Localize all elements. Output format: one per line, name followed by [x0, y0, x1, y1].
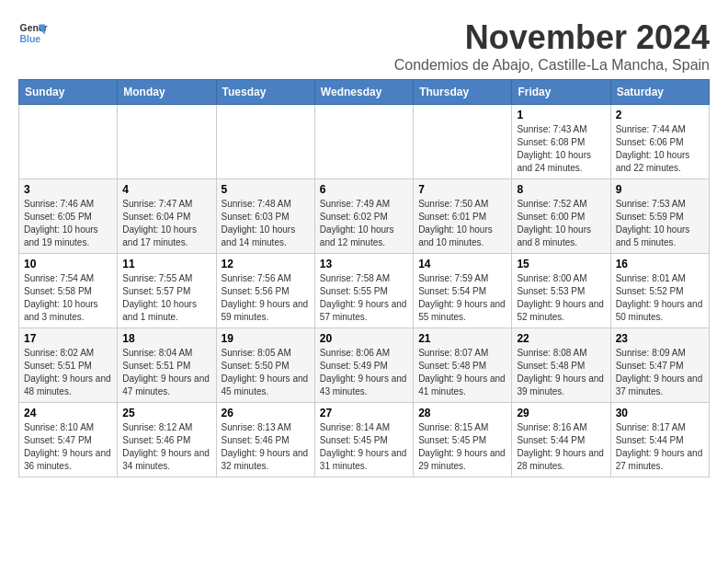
day-number: 29	[517, 407, 605, 419]
day-cell: 30Sunrise: 8:17 AM Sunset: 5:44 PM Dayli…	[610, 403, 709, 477]
logo: General Blue	[18, 18, 48, 48]
day-info: Sunrise: 8:08 AM Sunset: 5:48 PM Dayligh…	[517, 347, 605, 398]
day-number: 10	[24, 258, 112, 270]
day-cell: 26Sunrise: 8:13 AM Sunset: 5:46 PM Dayli…	[216, 403, 314, 477]
day-info: Sunrise: 7:58 AM Sunset: 5:55 PM Dayligh…	[320, 272, 408, 324]
day-info: Sunrise: 7:46 AM Sunset: 6:05 PM Dayligh…	[24, 198, 112, 249]
day-cell: 12Sunrise: 7:56 AM Sunset: 5:56 PM Dayli…	[216, 254, 314, 328]
day-info: Sunrise: 8:00 AM Sunset: 5:53 PM Dayligh…	[517, 272, 605, 324]
day-cell: 29Sunrise: 8:16 AM Sunset: 5:44 PM Dayli…	[512, 403, 610, 477]
day-cell: 17Sunrise: 8:02 AM Sunset: 5:51 PM Dayli…	[19, 328, 118, 403]
day-info: Sunrise: 8:07 AM Sunset: 5:48 PM Dayligh…	[418, 347, 506, 398]
day-info: Sunrise: 7:49 AM Sunset: 6:02 PM Dayligh…	[320, 198, 408, 249]
day-cell: 6Sunrise: 7:49 AM Sunset: 6:02 PM Daylig…	[314, 179, 413, 254]
day-info: Sunrise: 7:50 AM Sunset: 6:01 PM Dayligh…	[418, 198, 506, 249]
weekday-header-monday: Monday	[118, 80, 216, 105]
day-number: 11	[122, 258, 210, 270]
day-cell: 11Sunrise: 7:55 AM Sunset: 5:57 PM Dayli…	[118, 254, 216, 328]
day-cell: 20Sunrise: 8:06 AM Sunset: 5:49 PM Dayli…	[314, 328, 413, 403]
day-number: 2	[616, 109, 704, 121]
day-number: 21	[418, 332, 506, 345]
week-row-2: 3Sunrise: 7:46 AM Sunset: 6:05 PM Daylig…	[19, 179, 710, 254]
day-info: Sunrise: 8:12 AM Sunset: 5:46 PM Dayligh…	[122, 421, 210, 473]
day-cell: 3Sunrise: 7:46 AM Sunset: 6:05 PM Daylig…	[19, 179, 118, 254]
day-number: 13	[320, 258, 408, 270]
day-number: 3	[24, 183, 112, 196]
week-row-3: 10Sunrise: 7:54 AM Sunset: 5:58 PM Dayli…	[19, 254, 710, 328]
day-info: Sunrise: 7:43 AM Sunset: 6:08 PM Dayligh…	[517, 123, 605, 175]
day-number: 22	[517, 332, 605, 345]
title-block: November 2024 Condemios de Abajo, Castil…	[394, 18, 710, 74]
day-cell: 5Sunrise: 7:48 AM Sunset: 6:03 PM Daylig…	[216, 179, 314, 254]
day-info: Sunrise: 7:47 AM Sunset: 6:04 PM Dayligh…	[122, 198, 210, 249]
day-cell	[118, 105, 216, 179]
day-cell: 28Sunrise: 8:15 AM Sunset: 5:45 PM Dayli…	[414, 403, 512, 477]
weekday-header-row: SundayMondayTuesdayWednesdayThursdayFrid…	[19, 80, 710, 105]
day-number: 27	[320, 407, 408, 419]
day-cell: 18Sunrise: 8:04 AM Sunset: 5:51 PM Dayli…	[118, 328, 216, 403]
weekday-header-tuesday: Tuesday	[216, 80, 314, 105]
week-row-4: 17Sunrise: 8:02 AM Sunset: 5:51 PM Dayli…	[19, 328, 710, 403]
day-number: 15	[517, 258, 605, 270]
day-number: 5	[222, 183, 310, 196]
day-info: Sunrise: 7:48 AM Sunset: 6:03 PM Dayligh…	[222, 198, 310, 249]
day-number: 26	[222, 407, 310, 419]
day-info: Sunrise: 8:06 AM Sunset: 5:49 PM Dayligh…	[320, 347, 408, 398]
day-cell: 16Sunrise: 8:01 AM Sunset: 5:52 PM Dayli…	[610, 254, 709, 328]
week-row-1: 1Sunrise: 7:43 AM Sunset: 6:08 PM Daylig…	[19, 105, 710, 179]
day-info: Sunrise: 8:01 AM Sunset: 5:52 PM Dayligh…	[616, 272, 704, 324]
day-info: Sunrise: 8:02 AM Sunset: 5:51 PM Dayligh…	[24, 347, 112, 398]
day-cell: 24Sunrise: 8:10 AM Sunset: 5:47 PM Dayli…	[19, 403, 118, 477]
day-number: 9	[616, 183, 704, 196]
day-info: Sunrise: 8:09 AM Sunset: 5:47 PM Dayligh…	[616, 347, 704, 398]
day-cell: 8Sunrise: 7:52 AM Sunset: 6:00 PM Daylig…	[512, 179, 610, 254]
day-info: Sunrise: 8:16 AM Sunset: 5:44 PM Dayligh…	[517, 421, 605, 473]
day-cell: 10Sunrise: 7:54 AM Sunset: 5:58 PM Dayli…	[19, 254, 118, 328]
day-info: Sunrise: 7:59 AM Sunset: 5:54 PM Dayligh…	[418, 272, 506, 324]
day-number: 8	[517, 183, 605, 196]
day-cell: 13Sunrise: 7:58 AM Sunset: 5:55 PM Dayli…	[314, 254, 413, 328]
day-number: 12	[222, 258, 310, 270]
weekday-header-friday: Friday	[512, 80, 610, 105]
day-info: Sunrise: 8:10 AM Sunset: 5:47 PM Dayligh…	[24, 421, 112, 473]
day-cell: 15Sunrise: 8:00 AM Sunset: 5:53 PM Dayli…	[512, 254, 610, 328]
day-info: Sunrise: 8:04 AM Sunset: 5:51 PM Dayligh…	[122, 347, 210, 398]
day-info: Sunrise: 8:14 AM Sunset: 5:45 PM Dayligh…	[320, 421, 408, 473]
day-info: Sunrise: 8:13 AM Sunset: 5:46 PM Dayligh…	[222, 421, 310, 473]
day-number: 25	[122, 407, 210, 419]
day-info: Sunrise: 7:55 AM Sunset: 5:57 PM Dayligh…	[122, 272, 210, 324]
location-subtitle: Condemios de Abajo, Castille-La Mancha, …	[394, 57, 710, 74]
day-cell: 19Sunrise: 8:05 AM Sunset: 5:50 PM Dayli…	[216, 328, 314, 403]
day-number: 30	[616, 407, 704, 419]
day-cell: 4Sunrise: 7:47 AM Sunset: 6:04 PM Daylig…	[118, 179, 216, 254]
day-number: 24	[24, 407, 112, 419]
weekday-header-thursday: Thursday	[414, 80, 512, 105]
day-cell	[216, 105, 314, 179]
day-number: 28	[418, 407, 506, 419]
day-info: Sunrise: 8:05 AM Sunset: 5:50 PM Dayligh…	[222, 347, 310, 398]
month-title: November 2024	[394, 18, 710, 57]
day-cell: 21Sunrise: 8:07 AM Sunset: 5:48 PM Dayli…	[414, 328, 512, 403]
day-number: 19	[222, 332, 310, 345]
day-cell: 2Sunrise: 7:44 AM Sunset: 6:06 PM Daylig…	[610, 105, 709, 179]
day-cell	[19, 105, 118, 179]
day-cell: 22Sunrise: 8:08 AM Sunset: 5:48 PM Dayli…	[512, 328, 610, 403]
day-info: Sunrise: 8:17 AM Sunset: 5:44 PM Dayligh…	[616, 421, 704, 473]
day-number: 1	[517, 109, 605, 121]
day-cell	[314, 105, 413, 179]
day-number: 23	[616, 332, 704, 345]
weekday-header-wednesday: Wednesday	[314, 80, 413, 105]
day-number: 16	[616, 258, 704, 270]
day-info: Sunrise: 7:53 AM Sunset: 5:59 PM Dayligh…	[616, 198, 704, 249]
day-cell: 23Sunrise: 8:09 AM Sunset: 5:47 PM Dayli…	[610, 328, 709, 403]
day-number: 18	[122, 332, 210, 345]
day-cell	[414, 105, 512, 179]
logo-icon: General Blue	[18, 18, 48, 48]
day-number: 14	[418, 258, 506, 270]
day-cell: 14Sunrise: 7:59 AM Sunset: 5:54 PM Dayli…	[414, 254, 512, 328]
svg-text:Blue: Blue	[20, 34, 41, 44]
weekday-header-saturday: Saturday	[610, 80, 709, 105]
weekday-header-sunday: Sunday	[19, 80, 118, 105]
day-number: 17	[24, 332, 112, 345]
day-cell: 25Sunrise: 8:12 AM Sunset: 5:46 PM Dayli…	[118, 403, 216, 477]
